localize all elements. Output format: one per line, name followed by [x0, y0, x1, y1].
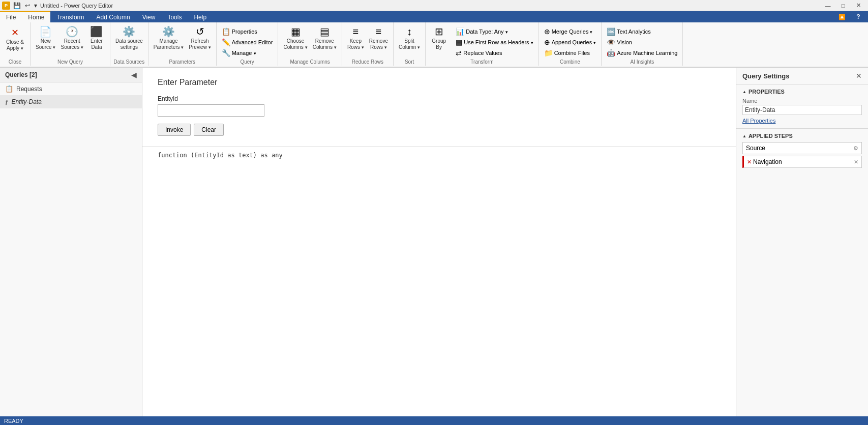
- keep-rows-button[interactable]: ≡ KeepRows ▾: [345, 24, 366, 51]
- tab-view[interactable]: View: [136, 11, 162, 22]
- text-analytics-button[interactable]: 🔤 Text Analytics: [605, 26, 679, 37]
- tab-tools[interactable]: Tools: [161, 11, 188, 22]
- all-properties-link[interactable]: All Properties: [742, 118, 775, 124]
- entity-id-input[interactable]: [158, 104, 264, 117]
- vision-button[interactable]: 👁️ Vision: [605, 37, 679, 47]
- step-delete-icon: ✕: [854, 159, 858, 165]
- qs-applied-steps-title: APPLIED STEPS: [742, 133, 862, 139]
- data-source-settings-button[interactable]: ⚙️ Data sourcesettings: [113, 24, 145, 51]
- recent-sources-button[interactable]: 🕐 RecentSources ▾: [58, 24, 85, 51]
- close-button[interactable]: ✕: [851, 0, 866, 11]
- step-settings-icon: ⚙: [853, 145, 858, 152]
- new-source-button[interactable]: 📄 NewSource ▾: [34, 24, 57, 51]
- remove-rows-button[interactable]: ≡ RemoveRows ▾: [367, 24, 390, 51]
- sidebar-item-entity-data[interactable]: ƒ Entity-Data: [0, 95, 142, 108]
- function-icon: ƒ: [5, 98, 9, 106]
- tab-help[interactable]: Help: [188, 11, 213, 22]
- ribbon-group-close: ✕ Close &Apply ▾ Close: [0, 22, 31, 66]
- split-column-button[interactable]: ↕ SplitColumn ▾: [397, 24, 422, 51]
- main-layout: Queries [2] ◀ 📋 Requests ƒ Entity-Data E…: [0, 68, 868, 416]
- tab-add-column[interactable]: Add Column: [91, 11, 136, 22]
- azure-ml-button[interactable]: 🤖 Azure Machine Learning: [605, 48, 679, 58]
- status-text: READY: [4, 418, 23, 424]
- ribbon: ✕ Close &Apply ▾ Close 📄 NewSource ▾ 🕐 R…: [0, 22, 868, 68]
- quick-save[interactable]: 💾: [12, 1, 22, 10]
- window-controls: — □ ✕: [820, 0, 866, 11]
- ribbon-group-query: 📋 Properties ✏️ Advanced Editor 🔧 Manage…: [217, 22, 279, 66]
- remove-columns-button[interactable]: ▤ RemoveColumns ▾: [311, 24, 339, 51]
- qs-applied-steps-section: APPLIED STEPS Source ⚙ ✕Navigation ✕: [736, 128, 868, 174]
- title-bar: P 💾 ↩ ▾ Untitled - Power Query Editor — …: [0, 0, 868, 11]
- close-apply-button[interactable]: ✕ Close &Apply ▾: [4, 24, 26, 52]
- title-text: Untitled - Power Query Editor: [40, 3, 113, 9]
- sidebar-item-requests[interactable]: 📋 Requests: [0, 82, 142, 95]
- status-bar: READY: [0, 416, 868, 425]
- sidebar-title: Queries [2]: [5, 71, 37, 78]
- entity-id-label: EntityId: [158, 95, 721, 102]
- maximize-button[interactable]: □: [835, 0, 851, 11]
- ep-buttons: Invoke Clear: [158, 124, 721, 136]
- ribbon-group-data-sources: ⚙️ Data sourcesettings Data Sources: [110, 22, 148, 66]
- step-error-icon: ✕: [747, 159, 752, 165]
- ribbon-group-combine: ⊕ Merge Queries ▾ ⊕ Append Queries ▾ 📁 C…: [539, 22, 602, 66]
- manage-button[interactable]: 🔧 Manage ▾: [220, 48, 275, 58]
- ribbon-collapse[interactable]: 🔼: [835, 14, 849, 20]
- combine-files-button[interactable]: 📁 Combine Files: [542, 48, 598, 58]
- group-by-button[interactable]: ⊞ GroupBy: [429, 24, 449, 51]
- sidebar-header: Queries [2] ◀: [0, 68, 142, 82]
- ribbon-group-reduce-rows: ≡ KeepRows ▾ ≡ RemoveRows ▾ Reduce Rows: [342, 22, 394, 66]
- invoke-button[interactable]: Invoke: [158, 124, 191, 136]
- content-area: Enter Parameter EntityId Invoke Clear fu…: [142, 68, 736, 416]
- properties-button[interactable]: 📋 Properties: [220, 26, 275, 37]
- use-first-row-button[interactable]: ▤ Use First Row as Headers ▾: [454, 37, 535, 47]
- qs-header: Query Settings ✕: [736, 68, 868, 84]
- qs-step-navigation[interactable]: ✕Navigation ✕: [742, 156, 862, 168]
- minimize-button[interactable]: —: [820, 0, 835, 11]
- advanced-editor-button[interactable]: ✏️ Advanced Editor: [220, 37, 275, 47]
- refresh-preview-button[interactable]: ↺ RefreshPreview ▾: [187, 24, 213, 51]
- sidebar: Queries [2] ◀ 📋 Requests ƒ Entity-Data: [0, 68, 142, 416]
- ribbon-group-new-query: 📄 NewSource ▾ 🕐 RecentSources ▾ ⬛ EnterD…: [31, 22, 110, 66]
- choose-columns-button[interactable]: ▦ ChooseColumns ▾: [281, 24, 309, 51]
- tab-transform[interactable]: Transform: [50, 11, 90, 22]
- qs-properties-section: PROPERTIES Name All Properties: [736, 84, 868, 128]
- merge-queries-button[interactable]: ⊕ Merge Queries ▾: [542, 26, 598, 37]
- function-signature: function (EntityId as text) as any: [142, 146, 736, 164]
- tab-home[interactable]: Home: [22, 11, 50, 22]
- append-queries-button[interactable]: ⊕ Append Queries ▾: [542, 37, 598, 47]
- sidebar-collapse-button[interactable]: ◀: [131, 71, 137, 79]
- quick-undo[interactable]: ↩: [24, 1, 31, 10]
- replace-values-button[interactable]: ⇄ Replace Values: [454, 48, 535, 58]
- ribbon-group-ai-insights: 🔤 Text Analytics 👁️ Vision 🤖 Azure Machi…: [602, 22, 683, 66]
- ribbon-group-parameters: ⚙️ ManageParameters ▾ ↺ RefreshPreview ▾…: [148, 22, 217, 66]
- query-settings-panel: Query Settings ✕ PROPERTIES Name All Pro…: [736, 68, 868, 416]
- tab-file[interactable]: File: [0, 11, 22, 22]
- ribbon-group-manage-columns: ▦ ChooseColumns ▾ ▤ RemoveColumns ▾ Mana…: [278, 22, 342, 66]
- help-button[interactable]: ?: [853, 11, 864, 22]
- table-icon: 📋: [5, 85, 13, 93]
- app-icon: P: [2, 2, 10, 10]
- qs-title: Query Settings: [742, 72, 789, 80]
- ribbon-group-transform: ⊞ GroupBy 📊 Data Type: Any ▾ ▤ Use First…: [426, 22, 538, 66]
- ribbon-group-sort: ↕ SplitColumn ▾ Sort: [394, 22, 426, 66]
- enter-parameter-title: Enter Parameter: [158, 78, 721, 87]
- manage-parameters-button[interactable]: ⚙️ ManageParameters ▾: [152, 24, 186, 51]
- enter-data-button[interactable]: ⬛ EnterData: [86, 24, 107, 51]
- quick-dropdown[interactable]: ▾: [33, 1, 38, 10]
- qs-close-button[interactable]: ✕: [856, 72, 862, 80]
- data-type-button[interactable]: 📊 Data Type: Any ▾: [454, 26, 535, 37]
- qs-properties-title: PROPERTIES: [742, 89, 862, 95]
- qs-name-input[interactable]: [742, 105, 862, 115]
- enter-parameter-section: Enter Parameter EntityId Invoke Clear: [142, 68, 736, 146]
- qs-step-source[interactable]: Source ⚙: [742, 142, 862, 154]
- clear-button[interactable]: Clear: [194, 124, 224, 136]
- close-apply-icon: ✕: [11, 25, 19, 39]
